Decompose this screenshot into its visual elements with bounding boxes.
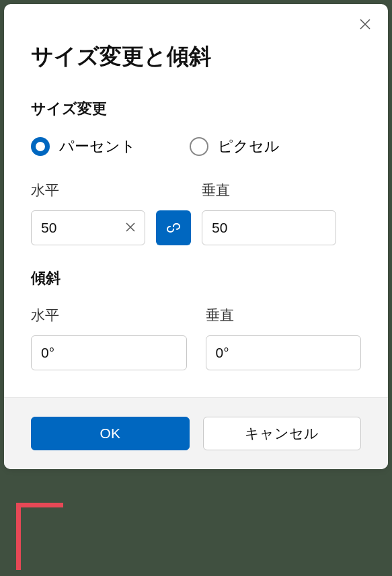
close-button[interactable]	[354, 13, 376, 35]
cancel-button[interactable]: キャンセル	[203, 417, 362, 450]
skew-section-label: 傾斜	[31, 268, 361, 288]
resize-horizontal-col: 水平 50	[31, 181, 145, 245]
radio-pixel-label: ピクセル	[218, 136, 280, 157]
resize-section-label: サイズ変更	[31, 99, 361, 119]
resize-vertical-col: 垂直 50	[202, 181, 336, 245]
skew-vertical-col: 垂直 0°	[206, 306, 362, 370]
skew-horizontal-label: 水平	[31, 306, 187, 325]
ok-button[interactable]: OK	[31, 417, 190, 450]
resize-horizontal-input[interactable]: 50	[31, 210, 145, 245]
resize-skew-dialog: サイズ変更と傾斜 サイズ変更 パーセント ピクセル 水平 50	[4, 4, 388, 469]
link-aspect-button[interactable]	[156, 210, 191, 245]
resize-vertical-input[interactable]: 50	[202, 210, 336, 245]
skew-horizontal-value: 0°	[41, 345, 54, 361]
clear-icon[interactable]	[126, 221, 135, 235]
skew-horizontal-input[interactable]: 0°	[31, 335, 187, 370]
dialog-title: サイズ変更と傾斜	[31, 42, 361, 72]
cancel-button-label: キャンセル	[245, 424, 319, 443]
radio-pixel[interactable]: ピクセル	[190, 136, 280, 157]
skew-inputs-row: 水平 0° 垂直 0°	[31, 306, 361, 370]
dialog-footer: OK キャンセル	[4, 397, 388, 469]
radio-percent[interactable]: パーセント	[31, 136, 136, 157]
resize-horizontal-value: 50	[41, 220, 56, 236]
radio-percent-label: パーセント	[59, 136, 136, 157]
link-icon	[165, 220, 182, 236]
resize-vertical-value: 50	[212, 220, 227, 236]
skew-vertical-label: 垂直	[206, 306, 362, 325]
skew-horizontal-col: 水平 0°	[31, 306, 187, 370]
annotation-marker	[16, 503, 63, 570]
skew-vertical-input[interactable]: 0°	[206, 335, 362, 370]
unit-radio-group: パーセント ピクセル	[31, 136, 361, 157]
resize-horizontal-label: 水平	[31, 181, 145, 200]
dialog-body: サイズ変更と傾斜 サイズ変更 パーセント ピクセル 水平 50	[4, 4, 388, 397]
resize-inputs-row: 水平 50 垂直 50	[31, 181, 361, 245]
radio-pixel-indicator	[190, 137, 208, 156]
resize-vertical-label: 垂直	[202, 181, 336, 200]
radio-percent-indicator	[31, 137, 50, 156]
close-icon	[360, 19, 370, 30]
ok-button-label: OK	[100, 425, 120, 442]
skew-vertical-value: 0°	[216, 345, 229, 361]
